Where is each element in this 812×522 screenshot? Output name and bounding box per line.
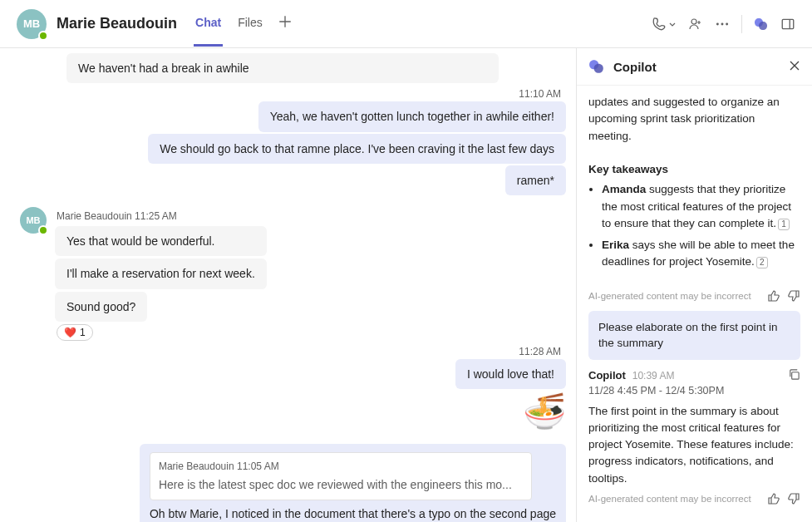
ramen-emoji: 🍜 bbox=[523, 394, 566, 429]
tab-files[interactable]: Files bbox=[236, 1, 264, 47]
contact-name: Marie Beaudouin bbox=[57, 15, 177, 32]
thumbs-down-icon[interactable] bbox=[787, 289, 800, 303]
timestamp: 11:28 AM bbox=[20, 341, 566, 359]
quoted-message[interactable]: Marie Beaudouin 11:05 AM Here is the lat… bbox=[150, 452, 532, 500]
reaction-pill[interactable]: ❤️ 1 bbox=[57, 324, 93, 341]
copilot-body[interactable]: updates and suggested to organize an upc… bbox=[577, 86, 812, 522]
copilot-icon bbox=[754, 17, 769, 32]
more-icon bbox=[715, 17, 730, 32]
panel-button[interactable] bbox=[780, 17, 795, 32]
reference-badge[interactable]: 1 bbox=[778, 219, 790, 230]
reaction-count: 1 bbox=[80, 327, 86, 338]
svg-point-0 bbox=[691, 19, 696, 24]
tab-chat[interactable]: Chat bbox=[194, 1, 223, 47]
copilot-intro: updates and suggested to organize an upc… bbox=[588, 96, 780, 142]
header-actions bbox=[652, 15, 795, 33]
copy-icon bbox=[788, 368, 800, 381]
call-button[interactable] bbox=[652, 17, 677, 32]
disclaimer-text: AI-generated content may be incorrect bbox=[588, 494, 760, 504]
presence-indicator bbox=[38, 225, 48, 235]
message-bubble[interactable]: Marie Beaudouin 11:05 AM Here is the lat… bbox=[140, 444, 566, 522]
heart-icon: ❤️ bbox=[64, 327, 76, 338]
presence-indicator bbox=[38, 31, 48, 41]
message-text: Oh btw Marie, I noticed in the document … bbox=[150, 505, 556, 522]
svg-point-1 bbox=[716, 22, 719, 25]
copilot-toggle[interactable] bbox=[754, 17, 769, 32]
chat-header: MB Marie Beaudouin Chat Files bbox=[0, 0, 812, 48]
thumbs-up-icon[interactable] bbox=[767, 289, 780, 303]
ai-disclaimer: AI-generated content may be incorrect bbox=[588, 492, 800, 505]
more-button[interactable] bbox=[715, 17, 730, 32]
message-bubble[interactable]: We haven't had a break in awhile bbox=[66, 53, 499, 83]
svg-point-3 bbox=[726, 22, 728, 25]
add-tab-button[interactable] bbox=[274, 11, 296, 37]
response-body: The first point in the summary is about … bbox=[588, 403, 800, 487]
plus-icon bbox=[278, 14, 293, 29]
message-bubble[interactable]: ramen* bbox=[505, 165, 566, 195]
message-group: Marie Beaudouin 11:05 AM Here is the lat… bbox=[20, 444, 566, 522]
timestamp: 11:10 AM bbox=[20, 83, 566, 101]
people-add-button[interactable] bbox=[688, 17, 703, 32]
copilot-icon bbox=[588, 58, 605, 75]
sender-label: Marie Beaudouin 11:25 AM bbox=[55, 207, 267, 224]
copilot-header: Copilot bbox=[577, 48, 812, 86]
copilot-response: Copilot 10:39 AM 11/28 4:45 PM - 12/4 5:… bbox=[588, 368, 800, 505]
user-prompt[interactable]: Please elaborate on the first point in t… bbox=[588, 311, 800, 360]
takeaway-name: Amanda bbox=[602, 183, 646, 195]
message-bubble[interactable]: We should go back to that ramne place. I… bbox=[148, 134, 566, 164]
avatar[interactable]: MB bbox=[20, 207, 47, 234]
phone-icon bbox=[652, 17, 667, 32]
quote-sender: Marie Beaudouin 11:05 AM bbox=[159, 460, 523, 474]
close-icon bbox=[789, 60, 800, 71]
message-group: Yeah, we haven't gotten lunch together i… bbox=[20, 101, 566, 195]
takeaway-item: Amanda suggests that they prioritize the… bbox=[602, 181, 800, 232]
svg-rect-5 bbox=[792, 372, 799, 378]
svg-point-2 bbox=[721, 22, 724, 25]
reference-badge[interactable]: 2 bbox=[756, 257, 768, 268]
chat-messages[interactable]: We haven't had a break in awhile 11:10 A… bbox=[0, 48, 576, 522]
divider bbox=[741, 15, 742, 33]
message-bubble[interactable]: Yeah, we haven't gotten lunch together i… bbox=[258, 101, 566, 131]
message-bubble[interactable]: I would love that! bbox=[455, 359, 566, 389]
takeaway-name: Erika bbox=[602, 239, 629, 251]
message-bubble[interactable]: Sound good? bbox=[55, 292, 147, 322]
response-agent: Copilot bbox=[588, 369, 626, 382]
avatar-initials: MB bbox=[26, 215, 40, 225]
message-bubble[interactable]: Yes that would be wonderful. bbox=[55, 226, 267, 256]
panel-icon bbox=[780, 17, 795, 32]
close-button[interactable] bbox=[789, 60, 800, 74]
message-group: MB Marie Beaudouin 11:25 AM Yes that wou… bbox=[20, 207, 566, 341]
thumbs-up-icon[interactable] bbox=[767, 492, 780, 505]
copy-button[interactable] bbox=[788, 368, 800, 383]
response-time: 10:39 AM bbox=[632, 370, 675, 382]
header-tabs: Chat Files bbox=[194, 1, 264, 47]
copilot-panel: Copilot updates and suggested to organiz… bbox=[576, 48, 812, 522]
disclaimer-text: AI-generated content may be incorrect bbox=[588, 291, 760, 301]
chevron-down-icon bbox=[668, 20, 677, 28]
thumbs-down-icon[interactable] bbox=[787, 492, 800, 505]
people-add-icon bbox=[688, 17, 703, 32]
takeaway-item: Erika says she will be able to meet the … bbox=[602, 237, 800, 271]
message-bubble[interactable]: I'll make a reservation for next week. bbox=[55, 259, 267, 288]
takeaways-heading: Key takeaways bbox=[588, 163, 668, 175]
avatar[interactable]: MB bbox=[17, 9, 47, 39]
message-group: I would love that! 🍜 bbox=[20, 359, 566, 429]
quote-text: Here is the latest spec doc we reviewed … bbox=[159, 476, 523, 493]
response-header: Copilot 10:39 AM bbox=[588, 368, 800, 383]
date-range: 11/28 4:45 PM - 12/4 5:30PM bbox=[588, 385, 800, 396]
ai-disclaimer: AI-generated content may be incorrect bbox=[588, 289, 800, 303]
avatar-initials: MB bbox=[23, 17, 40, 30]
svg-rect-4 bbox=[782, 19, 794, 28]
copilot-title: Copilot bbox=[613, 60, 780, 74]
copilot-message: updates and suggested to organize an upc… bbox=[588, 94, 800, 276]
